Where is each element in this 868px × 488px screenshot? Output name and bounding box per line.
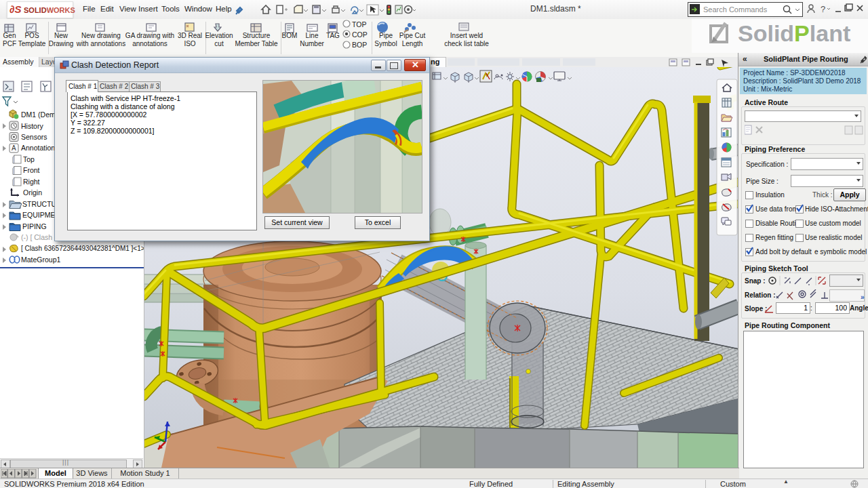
svg-text:A: A (12, 144, 16, 152)
svg-text:?: ? (821, 4, 825, 14)
